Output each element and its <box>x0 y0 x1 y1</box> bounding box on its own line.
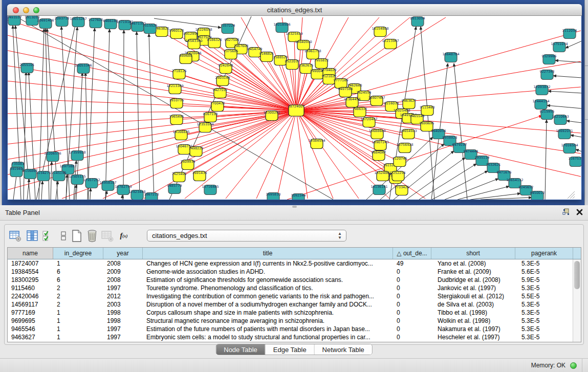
table-cell[interactable]: 0 <box>393 325 431 333</box>
table-cell[interactable]: 2 <box>53 284 103 292</box>
graph-node[interactable]: 12444154 <box>532 99 549 110</box>
table-cell[interactable]: Yano et al. (2008) <box>431 259 515 268</box>
graph-node[interactable]: 1234275 <box>36 171 51 181</box>
show-columns-button[interactable] <box>26 229 39 243</box>
graph-node[interactable]: 9329966 <box>542 54 557 64</box>
graph-node[interactable]: 9485779 <box>167 184 182 194</box>
graph-node[interactable]: 19654923 <box>400 129 417 139</box>
graph-node[interactable]: 8267150 <box>203 112 218 122</box>
graph-node[interactable]: 16961758 <box>304 49 321 59</box>
table-cell[interactable]: 5.9E-5 <box>515 276 573 284</box>
table-cell[interactable]: 19384554 <box>8 268 53 276</box>
network-graph-canvas[interactable]: 1872400713226058982750981863289827508296… <box>8 16 581 200</box>
graph-node[interactable]: 12093872 <box>533 85 550 95</box>
graph-node[interactable]: 12213369 <box>166 84 183 94</box>
graph-node[interactable]: 1691433 <box>192 171 207 181</box>
table-cell[interactable]: 5.6E-5 <box>515 268 573 276</box>
graph-node[interactable]: 9227343 <box>540 70 555 80</box>
graph-node[interactable]: 18724007 <box>288 104 304 116</box>
table-cell[interactable]: Dudbridge et al. (2008) <box>431 276 515 284</box>
graph-node[interactable]: 1810755 <box>169 98 184 108</box>
table-row[interactable]: 1872400712008Changes of HCN gene express… <box>8 259 581 268</box>
table-cell[interactable]: Structural magnetic resonance image aver… <box>143 317 393 325</box>
table-cell[interactable]: 14569117 <box>8 300 53 309</box>
table-cell[interactable]: Jankovic et al. (1997) <box>431 284 515 292</box>
graph-node[interactable]: 1167533 <box>569 157 581 167</box>
graph-node[interactable]: 10756928 <box>396 143 413 153</box>
table-cell[interactable]: Franke et al. (2009) <box>431 268 515 276</box>
table-cell[interactable]: 9699695 <box>8 317 53 325</box>
graph-node[interactable]: 19166825 <box>172 130 189 140</box>
tab-node-table[interactable]: Node Table <box>216 344 266 355</box>
graph-node[interactable]: 17359928 <box>69 150 85 161</box>
table-cell[interactable]: 9777169 <box>8 309 53 317</box>
table-mode-button[interactable] <box>9 229 22 243</box>
graph-node[interactable]: 1867213 <box>144 192 159 200</box>
table-cell[interactable]: 0 <box>393 292 431 300</box>
table-body[interactable]: 1872400712008Changes of HCN gene express… <box>8 259 581 341</box>
graph-node[interactable]: 16720407 <box>360 117 377 127</box>
table-row[interactable]: 946554611997Estimation of the future num… <box>8 325 581 333</box>
graph-node[interactable]: 1609934 <box>181 160 195 170</box>
graph-node[interactable]: 15716485 <box>202 185 219 195</box>
table-cell[interactable]: 1998 <box>103 317 143 325</box>
table-cell[interactable]: 5.3E-5 <box>515 325 573 333</box>
graph-node[interactable]: 16648784 <box>442 52 459 62</box>
graph-node[interactable]: 1112054 <box>562 29 577 39</box>
table-cell[interactable]: 2 <box>53 300 103 309</box>
graph-node[interactable]: 1733426 <box>395 185 409 195</box>
graph-node[interactable]: 18907243 <box>372 140 388 150</box>
table-cell[interactable]: Disruption of a novel member of a sodium… <box>143 300 393 309</box>
table-cell[interactable]: Hescheler et al. (1997) <box>431 333 515 341</box>
table-row[interactable]: 1830029562008Estimation of significance … <box>8 276 581 284</box>
table-cell[interactable]: 1 <box>53 325 103 333</box>
table-cell[interactable]: 5.3E-5 <box>515 300 573 309</box>
graph-node[interactable]: 17957252 <box>83 178 100 188</box>
graph-node[interactable]: 16210643 <box>552 115 569 125</box>
table-cell[interactable]: 0 <box>393 276 431 284</box>
table-cell[interactable]: 5.3E-5 <box>515 284 573 292</box>
table-cell[interactable]: 1 <box>53 309 103 317</box>
graph-node[interactable]: 1700432 <box>210 101 225 112</box>
close-panel-icon[interactable] <box>576 208 583 217</box>
table-cell[interactable]: Estimation of significance thresholds fo… <box>143 276 393 284</box>
graph-node[interactable]: 1145190 <box>52 171 67 181</box>
graph-node[interactable]: 7252254 <box>391 171 406 181</box>
float-panel-icon[interactable] <box>562 208 570 217</box>
graph-node[interactable]: 12353594 <box>197 122 213 133</box>
table-cell[interactable]: 1 <box>53 333 103 341</box>
graph-node[interactable]: 9463627 <box>402 99 417 109</box>
graph-node[interactable]: 2718126 <box>172 69 187 79</box>
table-cell[interactable]: 2008 <box>103 276 143 284</box>
graph-node[interactable]: 8186328 <box>207 38 222 48</box>
table-cell[interactable]: 0 <box>393 333 431 341</box>
table-cell[interactable]: Tourette syndrome. Phenomenology and cla… <box>143 284 393 292</box>
graph-node[interactable]: 20053346 <box>75 63 92 74</box>
table-row[interactable]: 969969511998Structural magnetic resonanc… <box>8 317 581 325</box>
table-scrollbar[interactable] <box>573 259 581 342</box>
graph-node[interactable]: 10653267 <box>70 17 86 27</box>
table-cell[interactable]: 49 <box>393 259 431 268</box>
table-cell[interactable]: de Silva et al. (2003) <box>431 300 515 309</box>
graph-node[interactable]: 19384554 <box>308 139 325 149</box>
table-cell[interactable]: 0 <box>393 300 431 309</box>
delete-columns-button[interactable] <box>85 229 99 243</box>
table-cell[interactable]: 2 <box>53 292 103 300</box>
graph-node[interactable]: 8813054 <box>410 16 425 27</box>
graph-node[interactable]: 12923448 <box>128 190 145 200</box>
table-cell[interactable]: 0 <box>393 309 431 317</box>
table-cell[interactable]: 5.3E-5 <box>515 317 573 325</box>
table-cell[interactable]: 5.3E-5 <box>515 309 573 317</box>
table-cell[interactable]: Stergiakouli et al. (2012) <box>431 292 515 300</box>
table-cell[interactable]: 6 <box>53 268 103 276</box>
table-cell[interactable]: 1997 <box>103 333 143 341</box>
table-cell[interactable]: Genome-wide association studies in ADHD. <box>143 268 393 276</box>
graph-node[interactable]: 20206576 <box>44 151 61 162</box>
table-cell[interactable]: Changes of HCN gene expression and I(f) … <box>143 259 393 268</box>
graph-node[interactable]: 18640910 <box>295 40 312 50</box>
graph-node[interactable]: 16958107 <box>99 181 116 191</box>
table-cell[interactable]: 1997 <box>103 284 143 292</box>
table-cell[interactable]: 5.3E-5 <box>515 333 573 341</box>
graph-node[interactable]: 16154808 <box>372 27 388 37</box>
graph-node[interactable]: 6466160 <box>103 19 118 29</box>
